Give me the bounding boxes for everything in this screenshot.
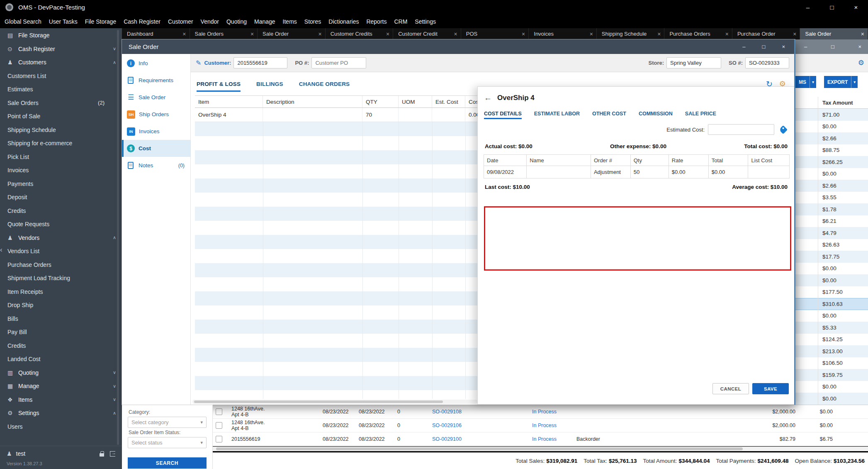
document-tab[interactable]: Shipping Schedule × (597, 28, 665, 39)
dialog-titlebar[interactable]: Sale Order – □ × (122, 39, 795, 54)
grid-horizontal-scrollbar[interactable] (192, 400, 478, 404)
menu-item[interactable]: Customer (164, 15, 197, 28)
item-status-select[interactable]: Select status ▾ (128, 437, 207, 448)
sale-order-row[interactable]: 2015556619 08/23/2022 08/23/2022 0 SO-00… (213, 432, 868, 446)
tag-icon[interactable] (779, 125, 788, 134)
so-number-input[interactable] (745, 57, 789, 68)
dropdown-icon[interactable]: ▾ (810, 76, 816, 88)
tax-amount-cell[interactable]: $1.78 (795, 203, 868, 215)
tax-amount-cell[interactable]: $5.33 (795, 322, 868, 334)
sidebar-item[interactable]: Shipping Schedule (0, 123, 122, 137)
menu-item[interactable]: Items (279, 15, 301, 28)
dialog-close-icon[interactable]: × (782, 44, 785, 50)
sidebar-item[interactable]: Estimates (0, 83, 122, 96)
sale-order-link[interactable]: SO-0029100 (432, 432, 462, 446)
dialog-nav-invoices[interactable]: IN Invoices (122, 123, 190, 140)
sidebar-item[interactable]: ♟ Vendors ∧ (0, 231, 122, 245)
window-restore-icon[interactable]: □ (820, 0, 844, 15)
po-input[interactable] (311, 57, 366, 68)
document-tab[interactable]: Purchase Orders × (664, 28, 732, 39)
sidebar-item[interactable]: Vendors List (0, 244, 122, 258)
detail-tab[interactable]: OTHER COST (592, 108, 626, 119)
horizontal-scrollbar[interactable] (213, 447, 868, 451)
tab-close-icon[interactable]: × (723, 31, 729, 37)
sidebar-item[interactable]: Bills (0, 312, 122, 326)
tax-amount-cell[interactable]: $0.00 (795, 263, 868, 275)
sidebar-item[interactable]: Users (0, 420, 122, 434)
dialog-nav-notes[interactable]: Notes (0) (122, 157, 190, 174)
tax-amount-cell[interactable]: $26.63 (795, 239, 868, 251)
adjustment-link[interactable]: Adjustment (591, 166, 630, 178)
content-tab[interactable]: BILLINGS (256, 72, 283, 95)
search-button[interactable]: SEARCH (128, 457, 207, 469)
menu-item[interactable]: Vendor (197, 15, 223, 28)
scrollbar-thumb[interactable] (194, 401, 443, 403)
sidebar-item[interactable]: Landed Cost (0, 352, 122, 366)
estimated-cost-input[interactable] (708, 124, 774, 135)
tax-amount-cell[interactable]: $3.55 (795, 192, 868, 204)
tax-amount-cell[interactable]: $0.00 (795, 168, 868, 180)
tax-amount-cell[interactable]: $177.50 (795, 286, 868, 298)
tab-close-icon[interactable]: × (384, 31, 389, 37)
sidebar-item[interactable]: ⚙ Settings ∧ (0, 406, 122, 420)
sale-order-row[interactable]: 1248 16thAve. Apt 4-B 08/23/2022 08/23/2… (213, 405, 868, 419)
tab-close-icon[interactable]: × (519, 31, 525, 37)
tax-amount-cell[interactable]: $213.00 (795, 345, 868, 357)
window-minimize-icon[interactable]: – (796, 0, 820, 15)
tax-amount-cell[interactable]: $0.00 (795, 393, 868, 405)
dialog-nav-sale-order[interactable]: ☰ Sale Order (122, 89, 190, 106)
row-checkbox[interactable] (216, 408, 222, 415)
menu-item[interactable]: User Tasks (45, 15, 81, 28)
sidebar-item[interactable]: ▤ File Storage (0, 29, 122, 42)
tax-amount-cell[interactable]: $0.00 (795, 274, 868, 286)
row-checkbox[interactable] (216, 422, 222, 429)
tax-amount-cell[interactable]: $0.00 (795, 121, 868, 133)
tax-amount-cell[interactable]: $71.00 (795, 109, 868, 121)
scrollbar-thumb[interactable] (216, 447, 743, 450)
document-tab[interactable]: Customer Credit × (393, 28, 461, 39)
tab-close-icon[interactable]: × (587, 31, 593, 37)
sidebar-item[interactable]: Pick List (0, 150, 122, 164)
sidebar-item[interactable]: Purchase Orders (0, 258, 122, 272)
detail-tab[interactable]: ESTIMATE LABOR (534, 108, 580, 119)
window-minimize-icon[interactable]: – (804, 44, 807, 50)
sidebar-item[interactable]: Shipping for e-commerce (0, 137, 122, 150)
tax-amount-cell[interactable]: $2.66 (795, 180, 868, 192)
dialog-minimize-icon[interactable]: – (742, 44, 745, 50)
document-tab[interactable]: Sale Order × (258, 28, 326, 39)
sidebar-scrollbar[interactable] (117, 30, 119, 445)
sidebar-item[interactable]: Drop Ship (0, 298, 122, 312)
items-button[interactable]: MS ▾ (795, 76, 816, 88)
sale-order-row[interactable]: 1248 16thAve. Apt 4-B 08/23/2022 08/23/2… (213, 419, 868, 432)
document-tab[interactable]: POS × (461, 28, 529, 39)
tax-amount-cell[interactable]: $106.50 (795, 357, 868, 369)
window-close-icon[interactable]: × (844, 0, 868, 15)
tab-close-icon[interactable]: × (858, 31, 864, 37)
sidebar-item[interactable]: Item Receipts (0, 285, 122, 299)
sale-order-link[interactable]: SO-0029108 (432, 405, 462, 419)
sidebar-item[interactable]: Shipment Load Tracking (0, 271, 122, 285)
save-button[interactable]: SAVE (752, 383, 789, 394)
window-close-icon[interactable]: × (858, 44, 861, 50)
sidebar-item[interactable]: ⊙ Cash Register ∨ (0, 42, 122, 56)
tax-amount-cell[interactable]: $124.25 (795, 334, 868, 346)
gear-icon[interactable]: ⚙ (858, 59, 864, 67)
sidebar-item[interactable]: Quote Requests (0, 217, 122, 231)
detail-tab[interactable]: COST DETAILS (484, 108, 522, 119)
document-tab[interactable]: Sale Order × (800, 28, 868, 39)
tab-close-icon[interactable]: × (452, 31, 457, 37)
tab-close-icon[interactable]: × (655, 31, 661, 37)
dialog-nav-cost[interactable]: $ Cost (122, 140, 190, 157)
tax-amount-cell[interactable]: $2.66 (795, 132, 868, 144)
row-checkbox[interactable] (216, 436, 222, 442)
dialog-nav-requirements[interactable]: Requirements (122, 72, 190, 89)
cancel-button[interactable]: CANCEL (712, 383, 749, 394)
tab-close-icon[interactable]: × (180, 31, 186, 37)
tab-close-icon[interactable]: × (790, 31, 796, 37)
tax-amount-cell[interactable]: $266.25 (795, 156, 868, 168)
tax-amount-cell[interactable]: $4.79 (795, 227, 868, 239)
export-button[interactable]: EXPORT ▾ (824, 76, 858, 88)
store-input[interactable] (666, 57, 721, 68)
detail-tab[interactable]: COMMISSION (639, 108, 673, 119)
menu-item[interactable]: Cash Register (120, 15, 164, 28)
